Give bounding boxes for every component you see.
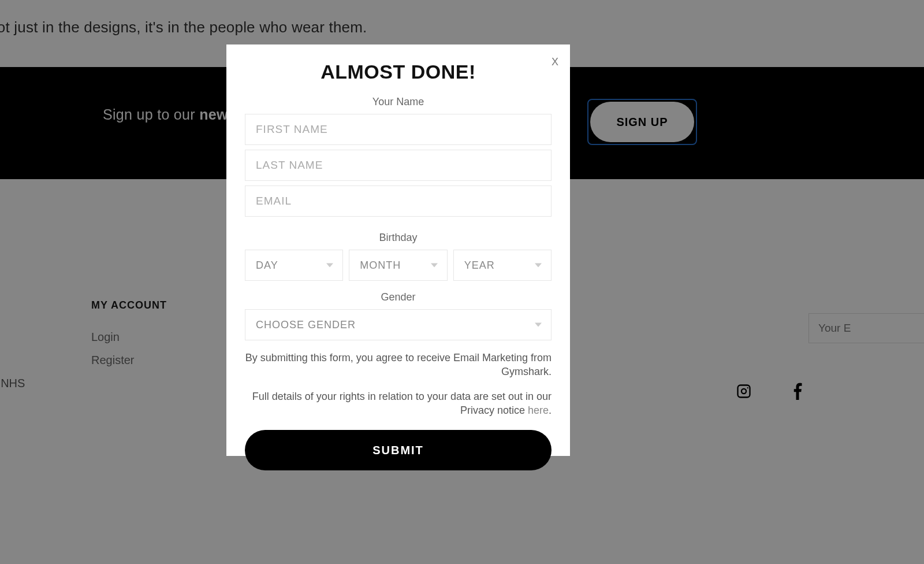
birthday-label: Birthday xyxy=(245,232,552,244)
gender-label: Gender xyxy=(245,291,552,303)
month-select-value: MONTH xyxy=(360,259,401,272)
signup-modal: X ALMOST DONE! Your Name Birthday DAY MO… xyxy=(226,44,570,456)
disclaimer-marketing: By submitting this form, you agree to re… xyxy=(245,351,552,379)
disclaimer-privacy-suffix: . xyxy=(549,405,552,416)
email-input[interactable] xyxy=(245,185,552,217)
submit-button[interactable]: SUBMIT xyxy=(245,430,552,470)
last-name-input[interactable] xyxy=(245,150,552,181)
privacy-notice-link[interactable]: here xyxy=(528,405,549,416)
gender-select[interactable]: CHOOSE GENDER xyxy=(245,309,552,340)
chevron-down-icon xyxy=(535,264,542,268)
month-select[interactable]: MONTH xyxy=(349,250,447,281)
day-select[interactable]: DAY xyxy=(245,250,343,281)
first-name-input[interactable] xyxy=(245,114,552,145)
chevron-down-icon xyxy=(326,264,333,268)
year-select[interactable]: YEAR xyxy=(453,250,552,281)
disclaimer-privacy: Full details of your rights in relation … xyxy=(245,389,552,418)
name-label: Your Name xyxy=(245,96,552,108)
chevron-down-icon xyxy=(535,323,542,327)
chevron-down-icon xyxy=(431,264,438,268)
day-select-value: DAY xyxy=(256,259,278,272)
year-select-value: YEAR xyxy=(464,259,495,272)
close-button[interactable]: X xyxy=(552,56,558,68)
gender-select-value: CHOOSE GENDER xyxy=(256,319,356,331)
disclaimer-privacy-prefix: Full details of your rights in relation … xyxy=(252,391,552,416)
birthday-row: DAY MONTH YEAR xyxy=(245,250,552,281)
modal-title: ALMOST DONE! xyxy=(245,61,552,83)
